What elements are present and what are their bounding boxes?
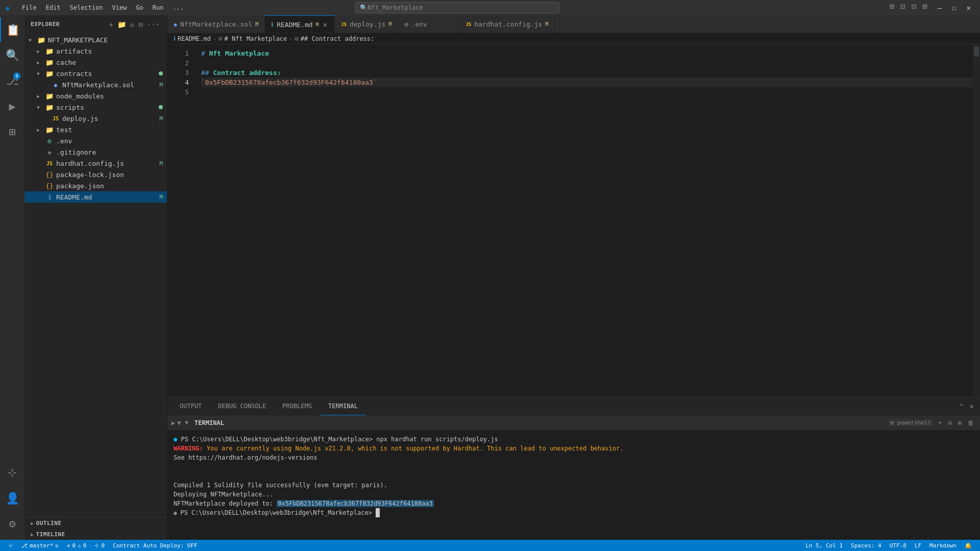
tree-item-cache[interactable]: ▶ 📁 cache (24, 57, 167, 68)
collapse-all-button[interactable]: ⊟ (137, 19, 143, 30)
refresh-button[interactable]: ↻ (129, 19, 135, 30)
new-folder-button[interactable]: 📁 (116, 19, 127, 30)
tab-nft-sol[interactable]: ◆ NftMarketplace.sol M (167, 15, 265, 33)
outline-label: OUTLINE (36, 520, 62, 527)
maximize-panel-button[interactable]: ⌃ (957, 401, 965, 411)
root-folder[interactable]: ▼ 📁 NFT_MARKETPLACE (24, 34, 167, 45)
menu-file[interactable]: File (18, 3, 41, 12)
code-editor[interactable]: 1 2 3 4 5 # Nft Marketplace ## Contract … (167, 44, 980, 397)
tab-name-env: .env (411, 20, 453, 28)
tab-readme[interactable]: ℹ README.md M ✕ (265, 15, 335, 33)
layout3-icon[interactable]: ⊡ (911, 2, 916, 14)
terminal-layout-button[interactable]: ⊞ (956, 418, 964, 428)
layout4-icon[interactable]: ⊞ (922, 2, 927, 14)
tab-hardhat[interactable]: JS hardhat.config.js M (459, 15, 555, 33)
tabs-bar: ◆ NftMarketplace.sol M ℹ README.md M ✕ J… (167, 15, 980, 33)
tree-item-test[interactable]: ▶ 📁 test (24, 124, 167, 135)
terminal-expand-icon[interactable]: ▶ (172, 419, 175, 427)
terminal-body[interactable]: ● PS C:\Users\DELL\Desktop\web3bridge\Nf… (167, 431, 980, 540)
tree-item-scripts[interactable]: ▼ 📁 scripts (24, 102, 167, 113)
arrow-icon: ▶ (37, 48, 45, 54)
indent-status[interactable]: Spaces: 4 (847, 540, 886, 551)
activity-search[interactable]: 🔍 (0, 43, 24, 67)
split-terminal-button[interactable]: ⊟ (946, 418, 954, 428)
activity-extensions[interactable]: ⊞ (0, 119, 24, 144)
close-panel-button[interactable]: ✕ (968, 401, 976, 411)
eol-status[interactable]: LF (911, 540, 925, 551)
tree-item-artifacts[interactable]: ▶ 📁 artifacts (24, 45, 167, 57)
tab-deploy-js[interactable]: JS deploy.js M (335, 15, 398, 33)
activity-source-control[interactable]: ⎇ 4 (0, 68, 24, 93)
minimap-viewport (974, 46, 979, 57)
more-options-button[interactable]: ··· (146, 19, 161, 30)
panel-tab-output[interactable]: OUTPUT (172, 397, 210, 415)
outline-header[interactable]: ▶ OUTLINE (24, 517, 167, 529)
activity-run[interactable]: ▶ (0, 94, 24, 118)
menu-edit[interactable]: Edit (42, 3, 65, 12)
tree-item-nftmarketplace-sol[interactable]: ◆ NftMarketplace.sol M (24, 79, 167, 90)
tree-item-package-json[interactable]: {} package.json (24, 180, 167, 191)
tree-item-node-modules[interactable]: ▶ 📁 node_modules (24, 90, 167, 102)
code-line-2 (201, 58, 973, 68)
menu-run[interactable]: Run (149, 3, 168, 12)
tab-close-readme[interactable]: ✕ (322, 20, 328, 29)
deploy-status[interactable]: Contract Auto Deploy: OFF (109, 540, 202, 551)
kill-terminal-button[interactable]: 🗑 (966, 418, 976, 428)
menu-selection[interactable]: Selection (65, 3, 107, 12)
sync-icon: ↻ (55, 542, 59, 549)
new-terminal-button[interactable]: + (936, 418, 944, 428)
activity-explorer[interactable]: 📋 (0, 17, 24, 42)
timeline-header[interactable]: ▶ TIMELINE (24, 529, 167, 540)
tree-item-readme[interactable]: ℹ README.md M (24, 191, 167, 203)
root-folder-name: NFT_MARKETPLACE (48, 36, 167, 44)
terminal-arrow2[interactable]: ▼ (177, 419, 181, 427)
notifications-status[interactable]: 🔔 (961, 540, 976, 551)
term-link: See https://hardhat.org/nodejs-versions (174, 454, 317, 461)
close-button[interactable]: ✕ (963, 2, 975, 14)
minimize-button[interactable]: — (934, 2, 946, 14)
tab-env[interactable]: ⚙ .env (398, 15, 459, 33)
term-address: 0x5FbDB2315678afecb367f032d93F642f64180a… (277, 500, 433, 507)
breadcrumb-readme[interactable]: README.md (178, 35, 211, 42)
menu-view[interactable]: View (108, 3, 131, 12)
panel-tab-problems[interactable]: PROBLEMS (274, 397, 320, 415)
editor-area: ◆ NftMarketplace.sol M ℹ README.md M ✕ J… (167, 15, 980, 540)
tree-item-env[interactable]: ⚙ .env (24, 135, 167, 146)
branch-status[interactable]: ⎇ master* ↻ (17, 540, 63, 551)
new-file-button[interactable]: + (108, 19, 114, 30)
tab-modified-deploy: M (388, 21, 391, 27)
tree-item-gitignore[interactable]: ◈ .gitignore (24, 146, 167, 158)
file-name-package-json: package.json (56, 182, 167, 190)
panel-tab-terminal[interactable]: TERMINAL (320, 397, 366, 415)
maximize-button[interactable]: ☐ (948, 2, 960, 14)
ports-status[interactable]: ⊹ 0 (90, 540, 109, 551)
errors-status[interactable]: ✕ 0 ⚠ 0 (63, 540, 91, 551)
language-status[interactable]: Markdown (925, 540, 961, 551)
layout-icon[interactable]: ⊞ (889, 2, 894, 14)
encoding-status[interactable]: UTF-8 (886, 540, 911, 551)
powershell-label[interactable]: ⊞ powershell (888, 419, 934, 427)
activity-remote[interactable]: ⊹ (0, 460, 24, 485)
menu-go[interactable]: Go (132, 3, 147, 12)
terminal-line-3: See https://hardhat.org/nodejs-versions (174, 453, 974, 462)
code-content[interactable]: # Nft Marketplace ## Contract address: `… (193, 44, 973, 397)
panel-tab-debug[interactable]: DEBUG CONSOLE (210, 397, 274, 415)
ln-col: Ln 5, Col 1 (805, 542, 843, 549)
activity-settings[interactable]: ⚙ (0, 511, 24, 536)
run-icon: ▶ (9, 100, 15, 113)
tree-item-hardhat-config[interactable]: JS hardhat.config.js M (24, 158, 167, 169)
activity-account[interactable]: 👤 (0, 486, 24, 510)
tree-item-contracts[interactable]: ▼ 📁 contracts (24, 68, 167, 79)
tree-item-deploy-js[interactable]: JS deploy.js M (24, 113, 167, 124)
breadcrumb-nft[interactable]: # Nft Marketplace (225, 35, 287, 42)
breadcrumb-contract[interactable]: ## Contract address: (301, 35, 375, 42)
layout2-icon[interactable]: ⊟ (900, 2, 905, 14)
hash-symbol2: ## (201, 68, 213, 78)
remote-status[interactable]: ⊹ (4, 540, 17, 551)
command-search[interactable]: 🔍 Nft_Marketplace (355, 2, 559, 13)
menu-more[interactable]: ... (169, 3, 188, 12)
panel-actions: ⌃ ✕ (957, 401, 976, 411)
term-warning-text: You are currently using Node.js v21.2.0,… (207, 445, 623, 452)
cursor-position[interactable]: Ln 5, Col 1 (801, 540, 847, 551)
tree-item-package-lock[interactable]: {} package-lock.json (24, 169, 167, 180)
